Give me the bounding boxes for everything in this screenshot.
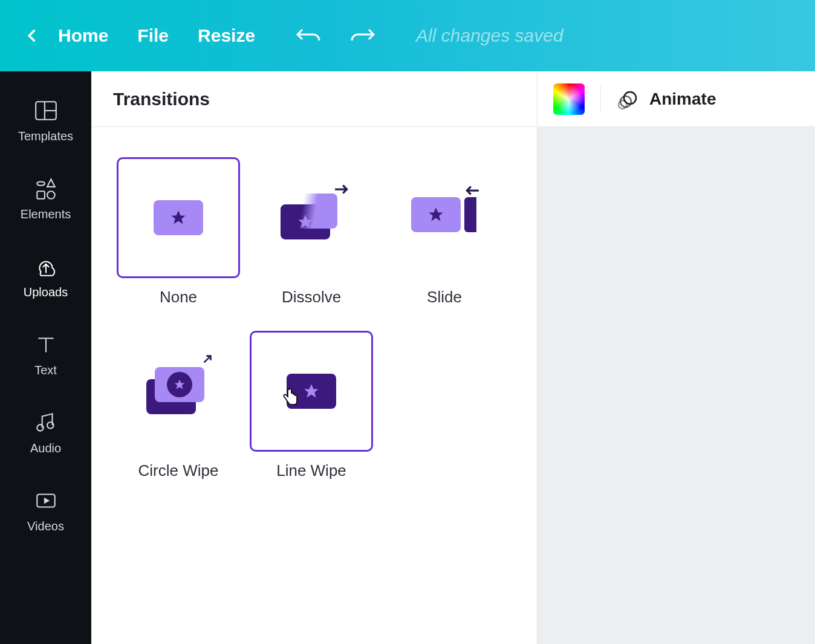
transition-line-wipe[interactable]: Line Wipe <box>248 331 374 480</box>
svg-marker-14 <box>175 380 185 389</box>
svg-point-6 <box>37 424 44 431</box>
sidebar-item-videos[interactable]: Videos <box>0 473 91 551</box>
slide-icon <box>411 194 478 242</box>
transitions-panel: Transitions None <box>91 71 537 644</box>
color-picker-button[interactable] <box>553 83 585 115</box>
sidebar-item-uploads[interactable]: Uploads <box>0 239 91 317</box>
transition-tile <box>250 331 373 452</box>
transition-label: Line Wipe <box>276 461 346 480</box>
text-icon <box>33 332 59 357</box>
uploads-icon <box>33 254 59 279</box>
transition-label: Slide <box>427 288 462 307</box>
transition-slide[interactable]: Slide <box>382 157 507 307</box>
undo-redo-group <box>296 26 375 45</box>
menu-resize[interactable]: Resize <box>198 25 255 46</box>
transition-label: Dissolve <box>282 288 341 307</box>
right-pane: Animate <box>537 71 815 644</box>
svg-marker-9 <box>44 498 49 504</box>
panel-title: Transitions <box>113 89 210 109</box>
svg-point-7 <box>47 422 54 429</box>
sidebar-item-label: Elements <box>21 207 71 221</box>
arrow-left-icon <box>464 185 480 196</box>
redo-button[interactable] <box>351 26 375 45</box>
transition-label: None <box>160 288 197 307</box>
undo-button[interactable] <box>296 26 320 45</box>
transition-label: Circle Wipe <box>138 461 219 480</box>
panel-header: Transitions <box>91 71 537 127</box>
sidebar-item-text[interactable]: Text <box>0 317 91 395</box>
elements-icon <box>33 176 59 201</box>
transition-tile <box>117 331 240 452</box>
sidebar-item-label: Uploads <box>24 285 68 299</box>
sidebar-item-label: Audio <box>30 441 61 455</box>
main-area: Templates Elements Uploads Text Audio Vi… <box>0 71 815 644</box>
divider <box>600 85 601 113</box>
sidebar-item-elements[interactable]: Elements <box>0 161 91 239</box>
svg-marker-12 <box>429 207 443 221</box>
sidebar-item-label: Text <box>34 363 57 377</box>
back-button[interactable] <box>24 27 41 44</box>
sidebar: Templates Elements Uploads Text Audio Vi… <box>0 71 91 644</box>
animate-button[interactable]: Animate <box>617 88 716 110</box>
transition-circle-wipe[interactable]: Circle Wipe <box>115 331 241 480</box>
circle-wipe-icon <box>145 367 212 415</box>
templates-icon <box>33 98 59 123</box>
sidebar-item-audio[interactable]: Audio <box>0 395 91 473</box>
svg-point-18 <box>619 100 627 109</box>
sidebar-item-templates[interactable]: Templates <box>0 83 91 161</box>
transition-tile <box>250 157 373 278</box>
svg-marker-10 <box>171 210 185 224</box>
undo-icon <box>296 26 320 43</box>
transition-dissolve[interactable]: Dissolve <box>248 157 374 307</box>
transition-tile <box>117 157 240 278</box>
menu-home[interactable]: Home <box>58 25 108 46</box>
sidebar-item-label: Videos <box>27 519 64 533</box>
arrow-right-icon <box>334 184 349 195</box>
audio-icon <box>33 410 59 435</box>
svg-rect-4 <box>37 191 45 199</box>
none-icon <box>145 194 212 242</box>
arrow-diagonal-icon <box>200 354 215 365</box>
svg-point-5 <box>47 191 55 199</box>
animate-icon <box>617 88 638 110</box>
transition-none[interactable]: None <box>115 157 241 307</box>
animate-label: Animate <box>649 89 716 109</box>
menu-file[interactable]: File <box>137 25 169 46</box>
svg-marker-15 <box>304 384 318 397</box>
redo-icon <box>351 26 375 43</box>
videos-icon <box>33 488 59 513</box>
dissolve-icon <box>278 194 345 242</box>
save-status: All changes saved <box>416 25 563 46</box>
top-bar: Home File Resize All changes saved <box>0 0 815 71</box>
transition-tile <box>383 157 506 278</box>
cursor-pointer-icon <box>281 387 300 409</box>
sidebar-item-label: Templates <box>18 129 73 143</box>
transitions-grid: None Dissolve <box>91 127 537 510</box>
chevron-left-icon <box>24 27 41 44</box>
context-toolbar: Animate <box>537 71 815 127</box>
svg-marker-3 <box>47 179 55 187</box>
